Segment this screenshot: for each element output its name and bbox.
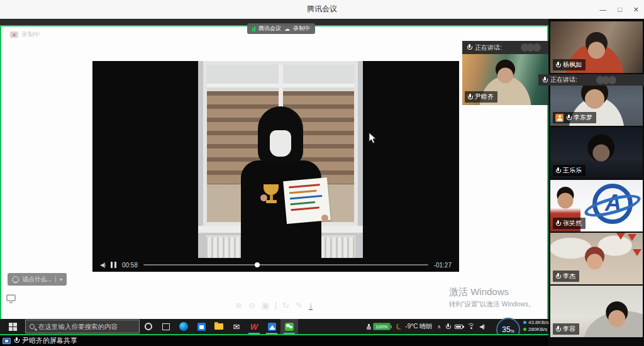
participant-tile[interactable]: A 张笑然: [550, 180, 643, 232]
desktop: 腾讯会议 — □ ✕ 录制中: [0, 0, 644, 346]
participant-tile[interactable]: 李容: [550, 286, 643, 337]
participant-tile[interactable]: 杨枫如: [550, 21, 643, 73]
taskbar-icons: ✉ W: [140, 319, 298, 334]
wps-button[interactable]: W: [245, 319, 263, 334]
participant-name: 李容: [563, 325, 575, 333]
taskbar-right: 100% ☾ -9°C 晴朗 ∧ ◀): [367, 319, 548, 334]
progress-knob[interactable]: [255, 262, 260, 267]
screen-share-area: 录制中: [0, 25, 548, 335]
participants-sidebar: 杨枫如 李东梦 王乐乐 A 张笑然 李杰 李容: [548, 19, 644, 346]
mic-icon: [555, 326, 560, 333]
speaking-label: 正在讲话:: [475, 43, 502, 52]
cortana-button[interactable]: [140, 319, 157, 334]
scene-person-mask: [270, 130, 291, 157]
window-title: 腾讯会议: [307, 4, 337, 14]
tray-chevron-icon[interactable]: ∧: [437, 324, 441, 330]
active-speaker-panel: 正在讲话: 尹暗齐: [462, 41, 548, 105]
player-controls: ◀) 00:58 -01:27: [92, 258, 459, 272]
wifi-icon[interactable]: [467, 323, 475, 330]
activate-subtitle: 转到“设置”以激活 Windows。: [449, 300, 535, 309]
pill-app-name: 腾讯会议: [258, 25, 281, 33]
cloud-record-icon: ☁: [284, 26, 290, 32]
edge-button[interactable]: [175, 319, 192, 334]
windows-logo-icon: [9, 323, 17, 331]
mic-icon: [467, 94, 472, 101]
file-explorer-button[interactable]: [210, 319, 228, 334]
monitor-icon[interactable]: [6, 294, 16, 301]
meeting-recording-pill[interactable]: 腾讯会议 ☁ 录制中: [247, 23, 315, 34]
minimize-button[interactable]: —: [599, 6, 606, 13]
current-time: 00:58: [122, 262, 138, 269]
tray-battery-icon[interactable]: [455, 325, 463, 329]
edit-icon[interactable]: ✎: [296, 301, 303, 310]
emoji-icon: [12, 276, 19, 283]
active-speaker-header: 正在讲话:: [462, 41, 548, 54]
weather-widget[interactable]: ☾ -9°C 晴朗: [396, 322, 433, 332]
wechat-button[interactable]: [280, 319, 298, 334]
participant-nameplate: 王乐乐: [553, 165, 586, 176]
share-status-bar: 尹暗齐的屏幕共享: [0, 335, 548, 346]
participant-nameplate: 李容: [553, 323, 579, 335]
maximize-button[interactable]: □: [618, 6, 622, 13]
zoom-in-icon[interactable]: ⊕: [235, 301, 242, 310]
participant-name: 杨枫如: [563, 60, 582, 69]
scene-person-hand: [260, 194, 267, 201]
upload-speed: 43.8KB/s: [523, 320, 548, 325]
recording-camera-icon: [10, 31, 18, 38]
download-icon[interactable]: ↓: [309, 301, 313, 310]
docs-app-button[interactable]: [263, 319, 280, 334]
player-volume-icon[interactable]: ◀): [100, 262, 105, 268]
speaker-icon[interactable]: ◀): [479, 323, 484, 330]
close-button[interactable]: ✕: [633, 6, 639, 14]
speaker-nameplate: 尹暗齐: [465, 91, 497, 103]
mail-icon: ✉: [233, 322, 240, 332]
cpu-percent-unit: %: [511, 329, 514, 333]
share-status-text: 尹暗齐的屏幕共享: [22, 336, 77, 345]
participant-tile[interactable]: 李杰: [550, 233, 643, 284]
pause-button[interactable]: [111, 262, 116, 268]
divider: [55, 276, 56, 282]
moon-icon: ☾: [394, 321, 404, 333]
store-button[interactable]: [192, 319, 210, 334]
video-content[interactable]: [198, 61, 363, 258]
remaining-time: -01:27: [434, 262, 452, 269]
speaker-name: 尹暗齐: [475, 92, 494, 101]
speaking-banner-label: 正在讲话:: [550, 75, 577, 84]
tray-mic-icon[interactable]: [445, 323, 450, 330]
mail-button[interactable]: ✉: [228, 319, 245, 334]
image-viewer-toolbar: ⊕ ⊖ ▣ ↻ ✎ ↓: [235, 301, 313, 310]
mic-icon: [555, 62, 560, 69]
activate-title: 激活 Windows: [449, 286, 535, 298]
participant-name: 王乐乐: [563, 166, 582, 175]
mic-icon: [14, 337, 19, 344]
mouse-cursor: [369, 132, 377, 147]
cpu-percent-value: 35: [502, 325, 510, 334]
top-dark-strip: [0, 19, 644, 25]
battery-percent-badge: 100%: [373, 323, 391, 330]
participant-tile[interactable]: 王乐乐: [550, 127, 643, 179]
scene-person-hand: [321, 215, 328, 221]
zoom-out-icon[interactable]: ⊖: [248, 301, 255, 310]
participant-nameplate: 张笑然: [553, 218, 586, 229]
search-input[interactable]: [38, 323, 133, 330]
progress-track[interactable]: [143, 264, 428, 265]
activate-windows-watermark: 激活 Windows 转到“设置”以激活 Windows。: [449, 286, 535, 309]
flag-decoration: [616, 233, 625, 240]
mic-icon: [542, 77, 547, 84]
folder-icon: [214, 323, 223, 330]
original-size-icon[interactable]: ▣: [262, 301, 269, 310]
video-player: ◀) 00:58 -01:27: [92, 61, 459, 272]
chevron-down-icon[interactable]: ▾: [60, 277, 62, 282]
download-dot-icon: [523, 328, 526, 331]
taskbar-search[interactable]: [25, 320, 140, 333]
rotate-icon[interactable]: ↻: [282, 301, 289, 310]
mic-icon: [555, 167, 560, 174]
start-button[interactable]: [0, 319, 25, 334]
participant-nameplate: 李东梦: [553, 112, 596, 123]
task-view-button[interactable]: [157, 319, 175, 334]
participant-nameplate: 李杰: [553, 271, 579, 282]
screen-share-icon: [3, 338, 11, 344]
watermark-logo: [521, 43, 543, 52]
download-speed: 280KB/s: [523, 326, 548, 332]
quick-chat-bubble[interactable]: 说点什么... ▾: [8, 273, 67, 286]
